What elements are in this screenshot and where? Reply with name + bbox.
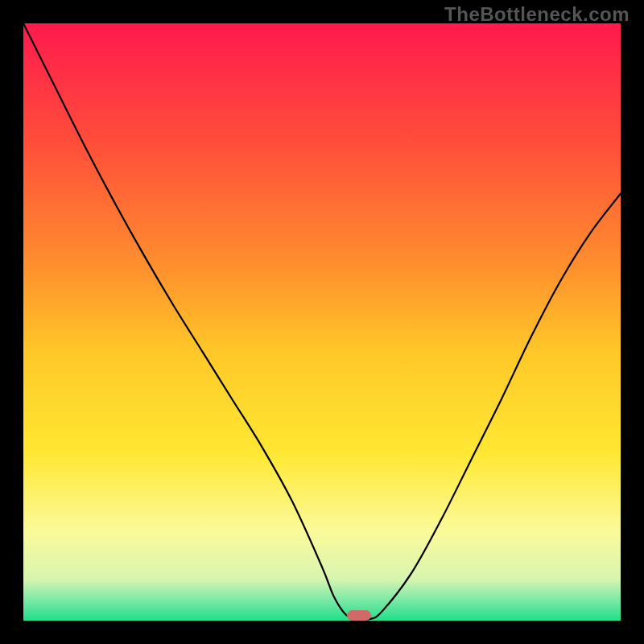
chart-frame: TheBottleneck.com xyxy=(0,0,644,644)
plot-area xyxy=(23,23,621,621)
bottleneck-curve xyxy=(23,23,621,621)
optimal-point-marker xyxy=(347,610,371,621)
watermark-label: TheBottleneck.com xyxy=(444,3,630,26)
